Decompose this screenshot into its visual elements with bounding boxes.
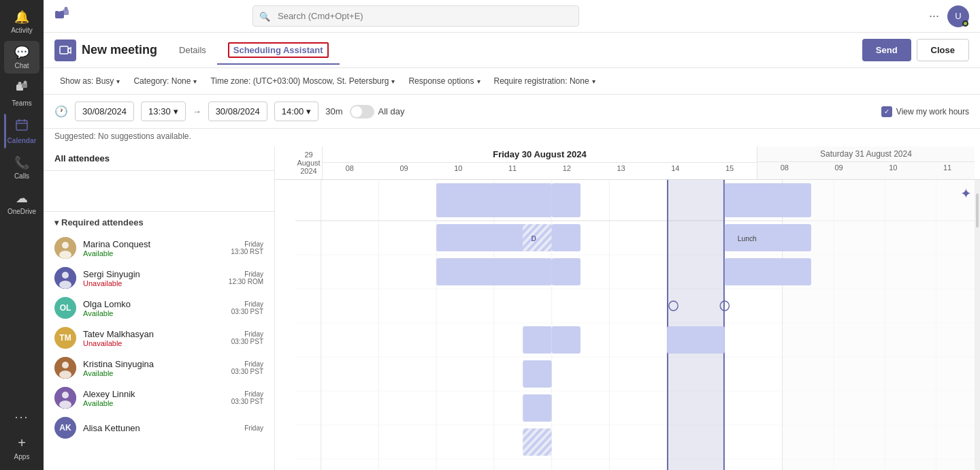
- grid-svg-container: D Lunch: [295, 180, 975, 470]
- sidebar: 🔔 Activity 💬 Chat Teams Calendar 📞 Calls…: [0, 0, 44, 470]
- avatar: OL: [54, 297, 76, 319]
- response-chevron: ▾: [477, 78, 480, 85]
- close-button[interactable]: Close: [917, 39, 969, 61]
- category-label: Category: None: [133, 76, 191, 86]
- attendee-status: Unavailable: [83, 279, 222, 287]
- svg-rect-12: [60, 46, 68, 54]
- list-item: Kristina Sinyugina Available Friday03:30…: [44, 353, 274, 383]
- hour-label-11: 11: [485, 163, 540, 174]
- onedrive-icon: ☁: [16, 191, 28, 206]
- attendee-name: Sergi Sinyugin: [83, 269, 222, 279]
- svg-point-15: [59, 251, 71, 259]
- list-item: OL Olga Lomko Available Friday03:30 PST: [44, 293, 274, 323]
- sidebar-item-calls[interactable]: 📞 Calls: [4, 151, 39, 184]
- calendar-area: All attendees ▾ Required attendees Marin…: [44, 146, 980, 470]
- meeting-tabs: Details Scheduling Assistant: [168, 35, 339, 65]
- search-input[interactable]: [252, 5, 579, 27]
- sidebar-item-teams[interactable]: Teams: [4, 76, 39, 111]
- activity-icon: 🔔: [14, 10, 29, 25]
- calls-icon: 📞: [14, 155, 29, 170]
- apps-icon: +: [18, 435, 26, 451]
- tab-scheduling-assistant[interactable]: Scheduling Assistant: [217, 35, 340, 65]
- view-work-hours-checkbox[interactable]: ✓: [881, 106, 892, 117]
- registration-option[interactable]: Require registration: None ▾: [489, 74, 601, 89]
- allday-label: All day: [378, 106, 405, 116]
- attendee-name: Kristina Sinyugina: [83, 359, 225, 369]
- view-work-hours-label: View my work hours: [896, 107, 969, 116]
- start-time-select[interactable]: 13:30 ▾: [141, 101, 186, 121]
- sat-hour-08: 08: [757, 162, 812, 173]
- saturday-hour-labels: 08 09 10 11: [757, 162, 975, 173]
- avatar: TM: [54, 327, 76, 349]
- svg-rect-60: [552, 224, 581, 251]
- list-item: AK Alisa Kettunen Friday: [44, 413, 274, 443]
- all-attendees-spacer: [44, 171, 274, 212]
- svg-rect-53: [667, 180, 668, 470]
- sidebar-item-calendar[interactable]: Calendar: [4, 114, 39, 148]
- svg-point-3: [18, 82, 22, 85]
- duration-value: 30m: [325, 106, 342, 116]
- sidebar-item-chat[interactable]: 💬 Chat: [4, 41, 39, 74]
- view-work-hours[interactable]: ✓ View my work hours: [881, 106, 969, 117]
- category-option[interactable]: Category: None ▾: [128, 74, 202, 89]
- calendar-svg: D Lunch: [295, 180, 975, 470]
- avatar: [54, 357, 76, 379]
- timezone-option[interactable]: Time zone: (UTC+03:00) Moscow, St. Peter…: [205, 74, 400, 89]
- attendee-time: Friday13:30 RST: [231, 240, 263, 255]
- avatar-initials: U: [955, 11, 961, 21]
- required-label-text: Required attendees: [61, 217, 144, 228]
- attendee-time: Friday: [244, 424, 263, 432]
- attendee-info: Kristina Sinyugina Available: [83, 359, 225, 377]
- start-date-input[interactable]: 30/08/2024: [75, 101, 134, 121]
- hour-label-09: 09: [377, 163, 431, 174]
- time-empty-row: [275, 180, 295, 221]
- meeting-header: New meeting Details Scheduling Assistant…: [44, 33, 980, 68]
- response-label: Response options: [408, 76, 474, 86]
- sidebar-label-apps: Apps: [14, 453, 30, 460]
- attendee-status: Available: [83, 309, 225, 317]
- prev-day-header: 29 August 2024: [295, 146, 323, 179]
- svg-point-14: [62, 242, 69, 249]
- sat-hour-09: 09: [812, 162, 866, 173]
- svg-point-20: [62, 362, 69, 369]
- end-time-value: 14:00: [282, 106, 304, 116]
- end-date-input[interactable]: 30/08/2024: [208, 101, 267, 121]
- svg-rect-51: [552, 183, 581, 217]
- allday-switch[interactable]: [350, 105, 374, 119]
- options-bar: Show as: Busy ▾ Category: None ▾ Time zo…: [44, 68, 980, 95]
- svg-rect-65: [552, 258, 581, 285]
- attendee-info: Tatev Malkhasyan Unavailable: [83, 329, 225, 347]
- user-avatar[interactable]: U: [947, 5, 969, 27]
- attendee-status: Available: [83, 249, 224, 257]
- sidebar-item-activity[interactable]: 🔔 Activity: [4, 5, 39, 38]
- sidebar-item-more[interactable]: ···: [4, 406, 39, 428]
- timezone-chevron: ▾: [391, 78, 395, 85]
- sidebar-item-onedrive[interactable]: ☁ OneDrive: [4, 187, 39, 219]
- registration-chevron: ▾: [592, 78, 595, 85]
- response-options[interactable]: Response options ▾: [403, 74, 485, 89]
- all-attendees-header: All attendees: [44, 146, 274, 171]
- scrollbar[interactable]: [975, 180, 980, 470]
- attendees-panel: All attendees ▾ Required attendees Marin…: [44, 146, 275, 470]
- svg-text:Lunch: Lunch: [738, 234, 757, 242]
- sidebar-label-onedrive: OneDrive: [7, 208, 36, 215]
- svg-rect-71: [667, 326, 725, 354]
- show-as-option[interactable]: Show as: Busy ▾: [54, 74, 125, 89]
- sidebar-label-calendar: Calendar: [7, 137, 37, 144]
- list-item: TM Tatev Malkhasyan Unavailable Friday03…: [44, 323, 274, 353]
- attendee-status: Available: [83, 369, 225, 377]
- show-as-chevron: ▾: [116, 78, 120, 85]
- scroll-thumb: [976, 193, 979, 228]
- hour-label-10: 10: [431, 163, 486, 174]
- sidebar-item-apps[interactable]: + Apps: [4, 431, 39, 465]
- svg-point-11: [58, 8, 61, 12]
- end-date-value: 30/08/2024: [216, 106, 260, 116]
- show-as-label: Show as: Busy: [60, 76, 114, 86]
- allday-toggle[interactable]: All day: [350, 105, 405, 119]
- hour-label-12: 12: [540, 163, 594, 174]
- more-options-icon[interactable]: ···: [929, 9, 939, 23]
- calendar-body[interactable]: D Lunch: [275, 180, 980, 470]
- tab-details[interactable]: Details: [168, 35, 217, 65]
- end-time-select[interactable]: 14:00 ▾: [274, 101, 319, 121]
- send-button[interactable]: Send: [862, 39, 911, 61]
